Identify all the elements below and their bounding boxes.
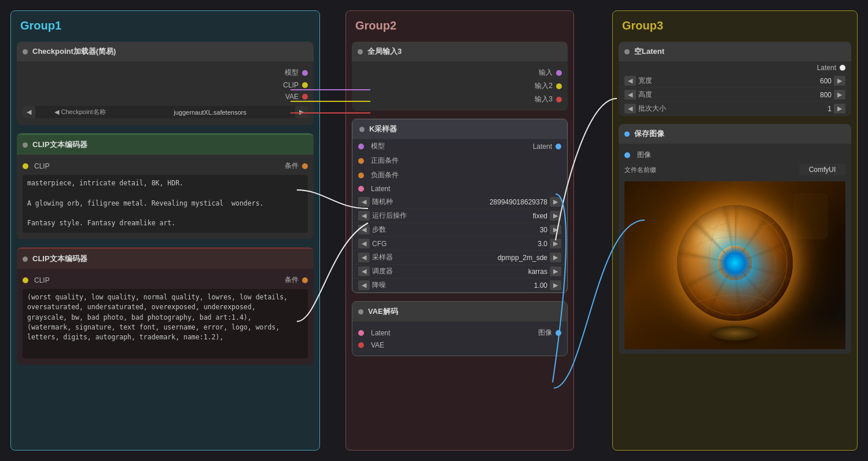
empty-latent-batch-prev[interactable]: ◀ — [624, 104, 636, 114]
global-input-dot — [358, 49, 363, 54]
empty-latent-batch-label: 批次大小 — [636, 104, 735, 114]
group1-title: Group1 — [17, 17, 314, 35]
ksampler-sampler-prev[interactable]: ◀ — [358, 253, 370, 262]
clip-encoder2-output-port[interactable] — [302, 277, 308, 283]
checkpoint-vae-port[interactable] — [302, 94, 308, 100]
clip-encoder1-clip-port[interactable] — [23, 163, 28, 169]
checkpoint-prev-arrow[interactable]: ◀ — [23, 106, 35, 118]
clip-encoder1-output-port[interactable] — [302, 163, 308, 169]
ksampler-denoise-prev[interactable]: ◀ — [358, 280, 370, 290]
ksampler-cfg-label: CFG — [370, 240, 460, 248]
ksampler-seed-next[interactable]: ▶ — [550, 197, 561, 207]
vae-decode-node: VAE解码 Latent 图像 VAE — [352, 301, 568, 356]
ksampler-scheduler-label: 调度器 — [370, 266, 460, 276]
global-input-3-port[interactable] — [556, 97, 562, 103]
clip-encoder2-dot — [23, 257, 28, 262]
checkpoint-file-value: juggernautXL.safetensors — [125, 109, 295, 116]
clip-encoder1-body: CLIP 条件 masterpiece, intricate detail, 8… — [17, 155, 314, 239]
ksampler-scheduler-prev[interactable]: ◀ — [358, 266, 370, 276]
ksampler-postop-prev[interactable]: ◀ — [358, 211, 370, 221]
empty-latent-batch-row: ◀ 批次大小 1 ▶ — [619, 102, 851, 116]
checkpoint-clip-row: CLIP — [23, 79, 308, 91]
checkpoint-vae-label: VAE — [285, 93, 299, 101]
checkpoint-selector[interactable]: ◀ ◀ Checkpoint名称 juggernautXL.safetensor… — [23, 106, 308, 118]
ksampler-postop-value: fixed — [460, 212, 550, 220]
checkpoint-clip-port[interactable] — [302, 82, 308, 88]
vae-decode-latent-port[interactable] — [358, 330, 364, 336]
empty-latent-output-port[interactable] — [840, 65, 845, 71]
ksampler-model-row: 模型 Latent — [352, 139, 567, 153]
ksampler-neg-in-port[interactable] — [358, 173, 364, 178]
checkpoint-model-port[interactable] — [302, 70, 308, 76]
ksampler-model-in-label: 模型 — [371, 141, 385, 151]
ksampler-seed-label: 随机种 — [370, 197, 460, 207]
global-input-1-port[interactable] — [556, 70, 562, 76]
ksampler-steps-prev[interactable]: ◀ — [358, 225, 370, 235]
clip-encoder1-node: CLIP文本编码器 CLIP 条件 masterpiece, intricate… — [17, 133, 314, 239]
ksampler-postop-next[interactable]: ▶ — [550, 211, 561, 221]
global-input-1-label: 输入 — [539, 68, 553, 78]
ksampler-denoise-next[interactable]: ▶ — [550, 280, 561, 290]
global-input-header: 全局输入3 — [352, 42, 568, 61]
vae-decode-vae-label: VAE — [371, 341, 384, 349]
ksampler-steps-row: ◀ 步数 30 ▶ — [352, 223, 567, 237]
checkpoint-clip-label: CLIP — [283, 81, 299, 89]
save-image-dot — [624, 131, 630, 137]
save-image-input-row: 图像 — [624, 148, 845, 162]
empty-latent-batch-value: 1 — [735, 105, 834, 113]
ksampler-sampler-value: dpmpp_2m_sde — [460, 254, 550, 262]
ksampler-node: K采样器 模型 Latent 正面条件 — [352, 119, 568, 293]
empty-latent-height-next[interactable]: ▶ — [834, 90, 845, 100]
empty-latent-dot — [624, 49, 630, 54]
global-input-title: 全局输入3 — [367, 46, 402, 57]
clip-encoder1-input-row: CLIP 条件 — [23, 159, 308, 173]
ksampler-seed-prev[interactable]: ◀ — [358, 197, 370, 207]
checkpoint-next-arrow[interactable]: ▶ — [295, 106, 308, 118]
save-image-body: 图像 文件名前缀 ComfyUI — [619, 144, 851, 354]
ksampler-latent-out-port[interactable] — [556, 144, 561, 149]
clip-encoder2-textarea[interactable]: (worst quality, low quality, normal qual… — [23, 289, 308, 358]
empty-latent-height-prev[interactable]: ◀ — [624, 90, 636, 100]
ksampler-dot — [359, 127, 365, 132]
ksampler-scheduler-next[interactable]: ▶ — [550, 266, 561, 276]
empty-latent-width-next[interactable]: ▶ — [834, 76, 845, 86]
vae-decode-image-out-label: 图像 — [538, 328, 552, 338]
empty-latent-batch-next[interactable]: ▶ — [834, 104, 845, 114]
save-image-node: 保存图像 图像 文件名前缀 ComfyUI — [619, 124, 851, 354]
ksampler-latent-in-label: Latent — [371, 185, 390, 193]
clip-encoder2-output-label: 条件 — [285, 275, 299, 285]
ksampler-cfg-prev[interactable]: ◀ — [358, 239, 370, 248]
group3: Group3 空Latent Latent ◀ 宽度 — [612, 10, 858, 451]
vae-decode-image-out-port[interactable] — [556, 330, 561, 336]
ksampler-pos-in-port[interactable] — [358, 158, 364, 164]
group3-title: Group3 — [619, 17, 851, 35]
vae-decode-latent-row: Latent 图像 — [358, 326, 561, 339]
clip-encoder1-title: CLIP文本编码器 — [32, 140, 87, 150]
ksampler-postop-label: 运行后操作 — [370, 211, 460, 221]
vae-decode-vae-port[interactable] — [358, 342, 364, 348]
empty-latent-width-prev[interactable]: ◀ — [624, 76, 636, 86]
ksampler-latent-row: Latent — [352, 182, 567, 195]
clip-encoder2-clip-port[interactable] — [23, 277, 28, 283]
ksampler-model-in-port[interactable] — [358, 144, 364, 149]
ksampler-cfg-next[interactable]: ▶ — [550, 239, 561, 248]
ksampler-latent-in-port[interactable] — [358, 186, 364, 192]
save-image-prefix-value[interactable]: ComfyUI — [799, 164, 845, 175]
clip-encoder2-input-row: CLIP 条件 — [23, 273, 308, 287]
ksampler-postop-row: ◀ 运行后操作 fixed ▶ — [352, 209, 567, 223]
global-input-2-port[interactable] — [556, 83, 562, 89]
ksampler-steps-next[interactable]: ▶ — [550, 225, 561, 235]
save-image-input-port[interactable] — [624, 152, 630, 158]
ksampler-denoise-label: 降噪 — [370, 280, 460, 290]
clip-encoder2-header: CLIP文本编码器 — [17, 249, 314, 269]
clip-encoder1-textarea[interactable]: masterpiece, intricate detail, 8K, HDR. … — [23, 175, 308, 233]
ksampler-sampler-next[interactable]: ▶ — [550, 253, 561, 262]
ksampler-sampler-label: 采样器 — [370, 253, 460, 262]
checkpoint-body: 模型 CLIP VAE — [17, 61, 314, 125]
ksampler-seed-value: 289949018629378 — [460, 198, 550, 206]
empty-latent-height-label: 高度 — [636, 90, 735, 100]
ksampler-neg-row: 负面条件 — [352, 168, 567, 182]
global-input-3-label: 输入3 — [535, 94, 553, 104]
checkpoint-vae-row: VAE — [23, 91, 308, 103]
ksampler-cfg-row: ◀ CFG 3.0 ▶ — [352, 237, 567, 251]
